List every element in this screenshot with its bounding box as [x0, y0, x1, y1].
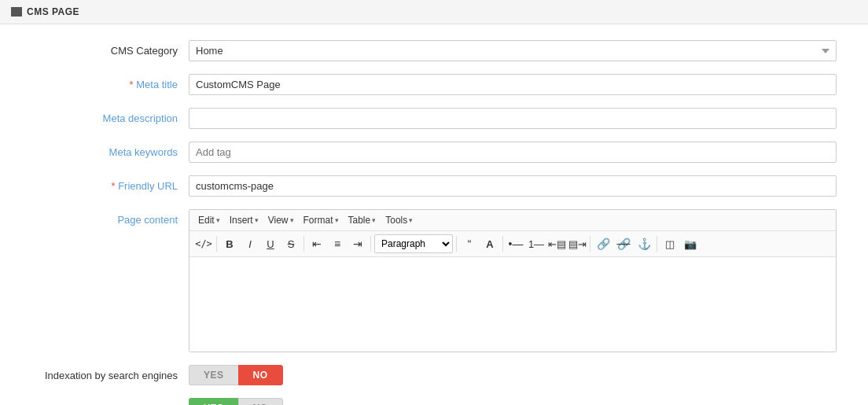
toolbar-sep-6 [590, 236, 590, 252]
page-content-control: Edit ▾ Insert ▾ View ▾ Format ▾ [189, 209, 837, 352]
friendly-url-row: Friendly URL [31, 175, 837, 197]
menu-table[interactable]: Table ▾ [344, 213, 381, 227]
meta-keywords-row: Meta keywords [31, 142, 837, 163]
toolbar-indent-btn[interactable]: ▤⇥ [568, 234, 587, 253]
toolbar-bullist-btn[interactable]: •— [506, 234, 525, 253]
menu-tools-label: Tools [385, 215, 407, 226]
menu-format[interactable]: Format ▾ [300, 213, 343, 227]
toolbar-sep-4 [456, 236, 457, 252]
meta-keywords-input[interactable] [189, 142, 837, 163]
page-content-row: Page content Edit ▾ Insert ▾ View ▾ [31, 209, 837, 352]
meta-keywords-label: Meta keywords [31, 142, 189, 158]
page-title: CMS PAGE [27, 6, 79, 17]
menu-view-chevron: ▾ [290, 216, 294, 224]
toolbar-link-btn[interactable]: 🔗 [594, 234, 612, 253]
displayed-no-btn[interactable]: NO [238, 398, 283, 405]
toolbar-underline-btn[interactable]: U [261, 234, 280, 253]
menu-insert-label: Insert [230, 215, 253, 226]
indexation-label: Indexation by search engines [31, 365, 189, 381]
meta-title-row: Meta title [31, 74, 837, 95]
menu-edit-label: Edit [198, 215, 215, 226]
toolbar-sep-7 [657, 236, 657, 252]
menu-edit[interactable]: Edit ▾ [194, 213, 224, 227]
menu-format-chevron: ▾ [335, 216, 339, 224]
toolbar-bold-btn[interactable]: B [220, 234, 239, 253]
toolbar-sep-2 [303, 236, 304, 252]
indexation-row: Indexation by search engines YES NO [31, 365, 837, 385]
friendly-url-control [189, 175, 837, 197]
menu-insert[interactable]: Insert ▾ [226, 213, 263, 227]
displayed-yes-btn[interactable]: YES [189, 398, 238, 405]
page-icon [11, 7, 22, 17]
cms-category-label: CMS Category [31, 40, 189, 57]
displayed-row: Displayed YES NO [31, 398, 837, 405]
menu-tools-chevron: ▾ [409, 216, 413, 224]
toolbar-align-right-btn[interactable]: ⇥ [348, 234, 367, 253]
editor-toolbar: </> B I U S ⇤ ≡ ⇥ Paragraph Heading 1 He… [189, 231, 836, 257]
cms-category-select[interactable]: Home [189, 40, 837, 61]
menu-insert-chevron: ▾ [255, 216, 259, 224]
toolbar-sep-1 [216, 236, 217, 252]
meta-description-input[interactable] [189, 108, 837, 129]
indexation-control: YES NO [189, 365, 837, 385]
menu-format-label: Format [303, 215, 333, 226]
toolbar-outdent-btn[interactable]: ⇤▤ [547, 234, 566, 253]
toolbar-align-left-btn[interactable]: ⇤ [307, 234, 326, 253]
meta-keywords-control [189, 142, 837, 163]
toolbar-blockquote-btn[interactable]: “ [460, 234, 479, 253]
menu-edit-chevron: ▾ [216, 216, 220, 224]
editor-menubar: Edit ▾ Insert ▾ View ▾ Format ▾ [189, 210, 836, 231]
menu-table-label: Table [348, 215, 371, 226]
toolbar-anchor-btn[interactable]: ⚓ [634, 234, 653, 253]
toolbar-numlist-btn[interactable]: 1— [527, 234, 546, 253]
editor-wrapper: Edit ▾ Insert ▾ View ▾ Format ▾ [189, 209, 837, 352]
toolbar-align-center-btn[interactable]: ≡ [328, 234, 347, 253]
cms-category-row: CMS Category Home [31, 40, 837, 61]
friendly-url-input[interactable] [189, 175, 837, 197]
page-header: CMS PAGE [0, 0, 868, 24]
meta-description-control [189, 108, 837, 129]
toolbar-unlink-btn[interactable]: 🔗 [614, 234, 633, 253]
displayed-label: Displayed [31, 398, 189, 405]
editor-body[interactable] [189, 257, 836, 352]
displayed-toggle-group: YES NO [189, 398, 837, 405]
form-container: CMS Category Home Meta title Meta descri… [0, 24, 868, 405]
toolbar-strikethrough-btn[interactable]: S [281, 234, 300, 253]
meta-title-input[interactable] [189, 74, 837, 95]
toolbar-image-btn[interactable]: 📷 [681, 234, 700, 253]
meta-title-control [189, 74, 837, 95]
indexation-toggle-group: YES NO [189, 365, 837, 385]
friendly-url-label: Friendly URL [31, 175, 189, 192]
indexation-yes-btn[interactable]: YES [189, 365, 238, 385]
toolbar-sep-5 [502, 236, 503, 252]
menu-tools[interactable]: Tools ▾ [381, 213, 417, 227]
meta-description-label: Meta description [31, 108, 189, 124]
toolbar-italic-btn[interactable]: I [241, 234, 259, 253]
toolbar-table-btn[interactable]: ◫ [660, 234, 679, 253]
meta-description-row: Meta description [31, 108, 837, 129]
toolbar-char-btn[interactable]: A [480, 234, 499, 253]
menu-view-label: View [268, 215, 289, 226]
toolbar-sep-3 [370, 236, 371, 252]
menu-view[interactable]: View ▾ [264, 213, 298, 227]
menu-table-chevron: ▾ [372, 216, 376, 224]
page-content-label: Page content [31, 209, 189, 226]
indexation-no-btn[interactable]: NO [238, 365, 283, 385]
displayed-control: YES NO [189, 398, 837, 405]
toolbar-code-btn[interactable]: </> [194, 234, 213, 253]
cms-category-control: Home [189, 40, 837, 61]
meta-title-label: Meta title [31, 74, 189, 90]
toolbar-paragraph-select[interactable]: Paragraph Heading 1 Heading 2 Heading 3 … [374, 234, 453, 253]
